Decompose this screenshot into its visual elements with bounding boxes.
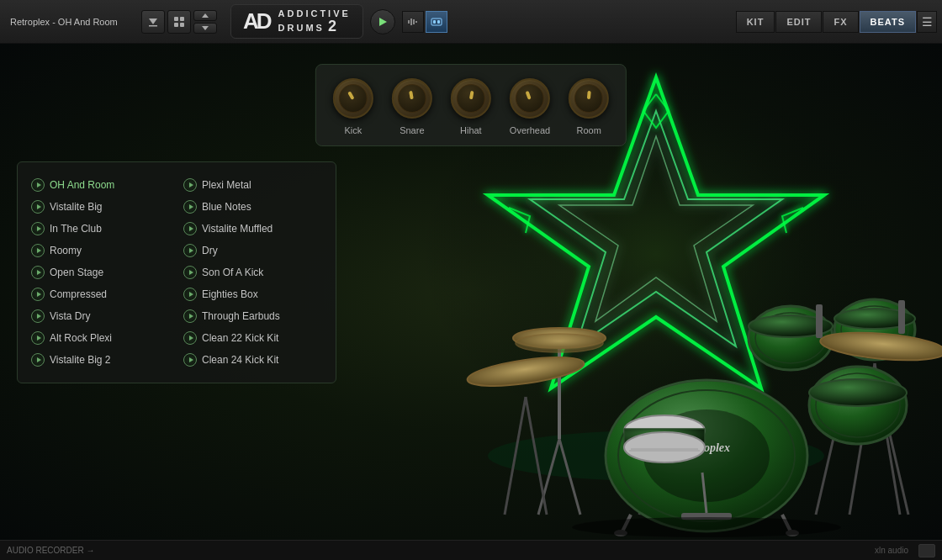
preset-name: Plexi Metal: [202, 179, 251, 191]
preset-name: Vistalite Muffled: [202, 223, 273, 235]
play-preset-icon[interactable]: [183, 288, 197, 301]
svg-rect-10: [410, 18, 412, 25]
play-preset-icon[interactable]: [31, 331, 45, 345]
preset-item[interactable]: Open Stage: [28, 263, 173, 282]
preset-item[interactable]: Vistalite Big: [28, 198, 173, 216]
preset-item[interactable]: Blue Notes: [180, 198, 325, 216]
preset-item[interactable]: Vistalite Muffled: [180, 219, 325, 238]
knob-overhead[interactable]: [510, 78, 550, 119]
channel-label-hihat: Hihat: [460, 125, 482, 135]
topbar-controls: [135, 10, 224, 34]
beats-button[interactable]: BEATS: [860, 11, 916, 33]
preset-name: Dry: [202, 245, 218, 256]
preset-item[interactable]: Clean 24 Kick Kit: [180, 351, 325, 369]
preset-item[interactable]: Vista Dry: [28, 307, 173, 325]
edit-button[interactable]: EDIT: [775, 11, 822, 33]
mixer-panel: Kick Snare Hihat Overhead Room: [315, 64, 627, 146]
play-preset-icon[interactable]: [183, 178, 197, 192]
svg-point-60: [819, 329, 942, 365]
preset-item[interactable]: Vistalite Big 2: [28, 351, 173, 369]
mixer-channel-room: Room: [569, 78, 609, 135]
svg-rect-14: [433, 20, 436, 24]
channel-label-kick: Kick: [344, 125, 362, 135]
logo-text: ADDICTIVE DRUMS 2: [278, 9, 351, 34]
svg-line-28: [505, 397, 526, 515]
kit-button[interactable]: KIT: [736, 11, 775, 33]
preset-item[interactable]: Eighties Box: [180, 285, 325, 304]
up-button[interactable]: [193, 10, 217, 21]
preset-name: Compressed: [50, 288, 107, 300]
preset-name: In The Club: [50, 223, 102, 235]
channel-label-room: Room: [576, 125, 601, 135]
logo-area: AD ADDICTIVE DRUMS 2: [230, 4, 363, 39]
audio-recorder-label: AUDIO RECORDER →: [7, 546, 94, 555]
preset-name: Through Earbuds: [202, 310, 280, 322]
svg-marker-8: [379, 18, 387, 26]
down-button[interactable]: [193, 23, 217, 34]
preset-name: Vistalite Big 2: [50, 354, 111, 366]
preset-name: Clean 22 Kick Kit: [202, 332, 278, 344]
preset-item[interactable]: Son Of A Kick: [180, 263, 325, 282]
statusbar: AUDIO RECORDER → xln audio: [0, 540, 942, 560]
play-preset-icon[interactable]: [183, 331, 197, 345]
play-preset-icon[interactable]: [31, 309, 45, 323]
preset-columns: OH And Room Plexi Metal Vistalite Big Bl…: [28, 176, 325, 369]
svg-rect-62: [898, 300, 905, 334]
play-preset-icon[interactable]: [183, 309, 197, 323]
play-preset-icon[interactable]: [31, 288, 45, 301]
play-preset-icon[interactable]: [183, 222, 197, 235]
knob-room[interactable]: [569, 78, 609, 119]
play-preset-icon[interactable]: [31, 200, 45, 214]
svg-marker-0: [149, 18, 157, 24]
settings-icon[interactable]: [918, 544, 935, 557]
play-preset-icon[interactable]: [183, 244, 197, 257]
kit-view-button[interactable]: [426, 11, 447, 33]
svg-rect-15: [437, 20, 440, 24]
play-preset-icon[interactable]: [31, 178, 45, 192]
grid-button[interactable]: [167, 10, 191, 34]
preset-item[interactable]: Roomy: [28, 241, 173, 260]
play-preset-icon[interactable]: [31, 266, 45, 279]
knob-hihat[interactable]: [451, 78, 491, 119]
svg-point-63: [572, 517, 841, 537]
play-preset-icon[interactable]: [31, 222, 45, 235]
preset-name: Blue Notes: [202, 201, 251, 213]
preset-name: Vistalite Big: [50, 201, 102, 213]
play-preset-icon[interactable]: [183, 353, 197, 367]
left-panel: OH And Room Plexi Metal Vistalite Big Bl…: [0, 44, 353, 540]
svg-marker-6: [202, 13, 209, 18]
app-title: Retroplex - OH And Room: [0, 17, 135, 27]
svg-rect-9: [408, 20, 410, 24]
preset-item[interactable]: Compressed: [28, 285, 173, 304]
preset-name: Alt Rock Plexi: [50, 332, 112, 344]
drum-kit-svg: Retroplex: [404, 103, 942, 540]
play-preset-icon[interactable]: [31, 244, 45, 257]
preset-item[interactable]: OH And Room: [28, 176, 173, 194]
preset-item[interactable]: Clean 22 Kick Kit: [180, 329, 325, 347]
knob-kick[interactable]: [333, 78, 373, 119]
play-preset-icon[interactable]: [183, 266, 197, 279]
svg-rect-2: [174, 17, 178, 21]
play-button[interactable]: [370, 9, 395, 34]
preset-item[interactable]: Dry: [180, 241, 325, 260]
svg-point-54: [624, 432, 705, 462]
overflow-menu-button[interactable]: ☰: [917, 11, 937, 33]
preset-name: Son Of A Kick: [202, 267, 263, 278]
fx-button[interactable]: FX: [823, 11, 858, 33]
preset-item[interactable]: Plexi Metal: [180, 176, 325, 194]
knob-snare[interactable]: [392, 78, 432, 119]
play-preset-icon[interactable]: [31, 353, 45, 367]
svg-point-59: [466, 351, 586, 391]
play-preset-icon[interactable]: [183, 200, 197, 214]
mixer-channel-overhead: Overhead: [510, 78, 550, 135]
svg-rect-11: [413, 19, 415, 24]
svg-rect-12: [415, 21, 417, 23]
menu-down-button[interactable]: [141, 10, 165, 34]
preset-item[interactable]: In The Club: [28, 219, 173, 238]
svg-rect-61: [816, 304, 823, 338]
svg-point-45: [809, 379, 907, 406]
waveform-view-button[interactable]: [402, 11, 424, 33]
preset-item[interactable]: Alt Rock Plexi: [28, 329, 173, 347]
preset-item[interactable]: Through Earbuds: [180, 307, 325, 325]
preset-list: OH And Room Plexi Metal Vistalite Big Bl…: [17, 161, 336, 383]
